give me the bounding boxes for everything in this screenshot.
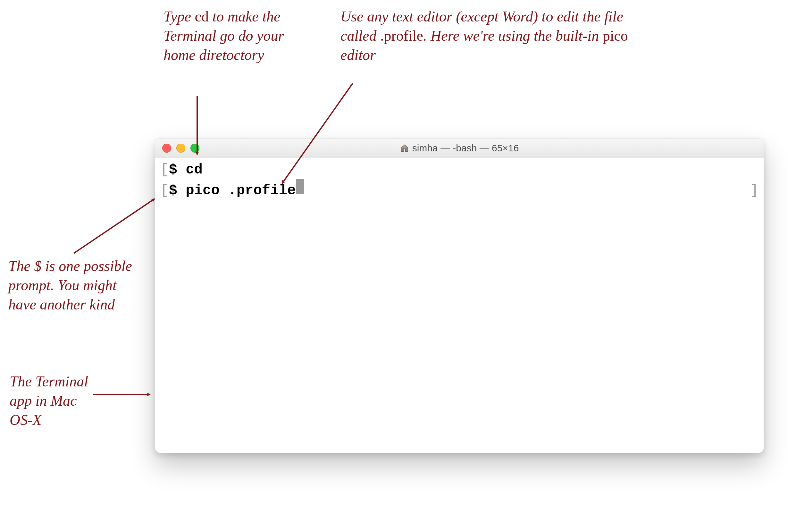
annotation-terminal: The Terminal app in Mac OS-X	[9, 372, 93, 429]
annotation-pico-code1: .profile	[380, 27, 423, 44]
close-icon[interactable]	[162, 144, 171, 153]
window-title: simha — -bash — 65×16	[412, 143, 519, 154]
annotation-pico-code2: pico	[603, 27, 628, 44]
terminal-line-2: [$ pico .profile]	[160, 179, 759, 200]
terminal-line-1-text: $ cd	[169, 161, 203, 179]
zoom-icon[interactable]	[191, 144, 199, 153]
traffic-lights	[162, 144, 199, 153]
terminal-line-2-text: $ pico .profile	[169, 181, 296, 200]
title-bar[interactable]: simha — -bash — 65×16	[155, 139, 764, 158]
terminal-line-1: [$ cd	[160, 161, 759, 179]
annotation-cd: Type cd to make the Terminal go do your …	[163, 7, 317, 64]
terminal-body[interactable]: [$ cd [$ pico .profile]	[155, 158, 764, 202]
minimize-icon[interactable]	[176, 144, 185, 153]
annotation-pico-post: editor	[340, 47, 376, 63]
annotation-pico: Use any text editor (except Word) to edi…	[340, 7, 638, 64]
terminal-window: simha — -bash — 65×16 [$ cd [$ pico .pro…	[155, 139, 764, 453]
cursor-icon	[296, 179, 304, 194]
home-icon	[400, 144, 409, 153]
annotation-prompt: The $ is one possible prompt. You might …	[8, 257, 143, 314]
window-title-group: simha — -bash — 65×16	[155, 143, 764, 154]
annotation-cd-pre: Type	[163, 8, 195, 25]
annotation-pico-mid: . Here we're using the built-in	[423, 27, 603, 44]
arrow-prompt	[74, 199, 155, 253]
annotation-cd-code: cd	[195, 8, 209, 25]
